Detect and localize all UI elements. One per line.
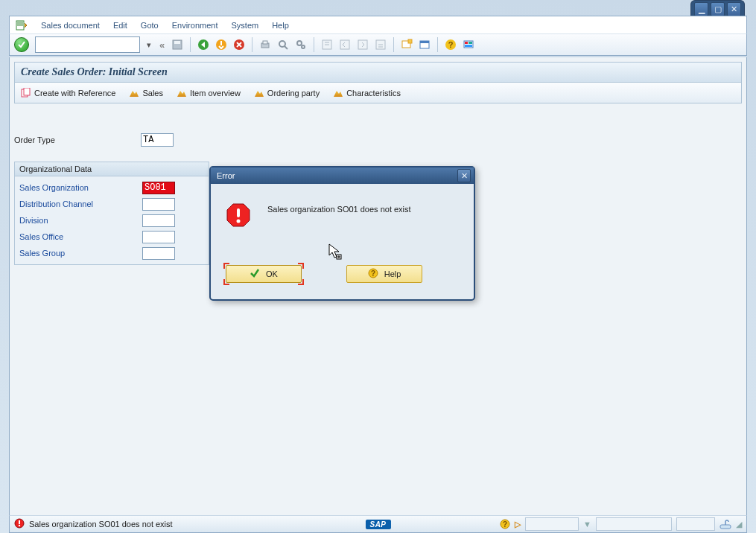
dialog-button-row: OK ? Help <box>226 265 459 290</box>
status-left: Sales organization SO01 does not exist <box>14 518 173 530</box>
svg-rect-36 <box>19 520 20 524</box>
status-cell-1 <box>525 517 579 531</box>
svg-text:?: ? <box>371 269 375 278</box>
status-resize-icon[interactable]: ◢ <box>736 520 742 529</box>
status-bar: Sales organization SO01 does not exist S… <box>9 515 747 533</box>
status-error-icon <box>14 518 25 530</box>
svg-rect-40 <box>720 525 731 529</box>
svg-point-29 <box>237 220 241 223</box>
sap-logo: SAP <box>365 520 390 529</box>
status-right: ? ▷ ▼ ◢ <box>500 517 742 531</box>
status-expand-icon[interactable]: ▷ <box>515 520 521 529</box>
button-label: OK <box>266 269 278 278</box>
status-message: Sales organization SO01 does not exist <box>29 520 173 529</box>
default-indicator <box>223 263 229 269</box>
ok-button[interactable]: OK <box>226 265 302 283</box>
dialog-message-text: Sales organization SO01 does not exist <box>267 202 411 214</box>
svg-point-37 <box>19 525 20 526</box>
dialog-titlebar[interactable]: Error ✕ <box>211 167 474 184</box>
dialog-title-text: Error <box>217 171 235 180</box>
default-indicator <box>298 263 304 269</box>
status-connection-icon[interactable] <box>720 519 731 529</box>
check-icon <box>250 268 260 280</box>
button-label: Help <box>384 269 401 278</box>
help-icon: ? <box>368 268 378 280</box>
sap-window: ▁ ▢ ✕ Sales document Edit Goto Environme… <box>0 0 756 533</box>
status-cell-3 <box>676 517 715 531</box>
dialog-close-icon[interactable]: ✕ <box>457 169 471 182</box>
error-dialog: Error ✕ Sales organization SO01 does not… <box>209 166 475 301</box>
dialog-message-row: Sales organization SO01 does not exist <box>226 202 459 228</box>
svg-rect-28 <box>237 208 240 217</box>
dialog-body: Sales organization SO01 does not exist O… <box>211 184 474 299</box>
help-button[interactable]: ? Help <box>346 265 422 283</box>
modal-overlay: Error ✕ Sales organization SO01 does not… <box>0 0 756 533</box>
status-help-icon[interactable]: ? <box>500 519 510 529</box>
default-indicator <box>223 279 229 285</box>
svg-text:?: ? <box>503 520 507 529</box>
status-cell-2 <box>596 517 672 531</box>
default-indicator <box>298 279 304 285</box>
status-separator-icon: ▼ <box>583 520 591 529</box>
error-stop-icon <box>226 202 251 228</box>
